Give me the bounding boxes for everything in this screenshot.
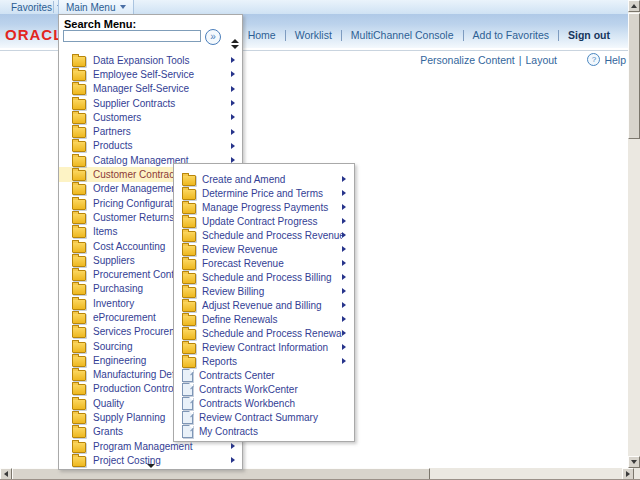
nav-link-home[interactable]: Home xyxy=(248,29,276,41)
submenu-item-label: Schedule and Process Revenue xyxy=(202,230,342,241)
folder-icon xyxy=(72,199,86,210)
submenu-item[interactable]: Contracts Workbench xyxy=(174,396,352,410)
cascade-arrow-icon xyxy=(342,302,346,308)
submenu-item[interactable]: Contracts WorkCenter xyxy=(174,382,352,396)
submenu-item[interactable]: Review Contract Information xyxy=(174,340,352,354)
nav-link-sign-out[interactable]: Sign out xyxy=(568,29,610,41)
submenu-item[interactable]: Create and Amend xyxy=(174,172,352,186)
cascade-arrow-icon xyxy=(231,143,235,149)
personalize-separator: | xyxy=(519,54,522,66)
folder-icon xyxy=(72,356,86,367)
search-go-button[interactable]: » xyxy=(205,29,221,45)
menu-scroll-updown-icon[interactable] xyxy=(231,39,240,51)
submenu-item-label: Determine Price and Terms xyxy=(202,188,342,199)
cascade-arrow-icon xyxy=(342,358,346,364)
scroll-down-arrow-icon xyxy=(631,460,637,464)
folder-icon xyxy=(72,184,86,195)
folder-icon xyxy=(72,213,86,224)
scroll-right-arrow-icon xyxy=(626,471,630,477)
folder-icon xyxy=(182,259,196,270)
submenu-item[interactable]: Schedule and Process Revenue xyxy=(174,228,352,242)
folder-icon xyxy=(72,127,86,138)
submenu-item[interactable]: Review Contract Summary xyxy=(174,410,352,424)
cascade-arrow-icon xyxy=(342,330,346,336)
folder-icon xyxy=(72,370,86,381)
submenu-item-label: Adjust Revenue and Billing xyxy=(202,300,342,311)
menu-item[interactable]: Customers xyxy=(59,110,240,124)
submenu-item[interactable]: Determine Price and Terms xyxy=(174,186,352,200)
nav-separator xyxy=(341,30,342,41)
scrollbar-down-button[interactable] xyxy=(628,456,640,468)
folder-icon xyxy=(72,413,86,424)
folder-icon xyxy=(72,256,86,267)
submenu-item-label: Reports xyxy=(202,356,342,367)
folder-icon xyxy=(72,70,86,81)
menu-item[interactable]: Manager Self-Service xyxy=(59,82,240,96)
peoplesoft-window: Favorites Main Menu Home Worklist MultiC… xyxy=(0,0,640,480)
submenu-item[interactable]: Reports xyxy=(174,354,352,368)
page-icon xyxy=(182,397,193,410)
folder-icon xyxy=(182,203,196,214)
scroll-up-icon xyxy=(231,39,239,43)
submenu-item-label: Review Contract Summary xyxy=(199,412,352,423)
submenu-item[interactable]: My Contracts xyxy=(174,424,352,438)
folder-icon xyxy=(182,217,196,228)
cascade-arrow-icon xyxy=(231,100,235,106)
nav-link-add-to-favorites[interactable]: Add to Favorites xyxy=(473,29,549,41)
submenu-item[interactable]: Manage Progress Payments xyxy=(174,200,352,214)
help-link[interactable]: Help xyxy=(604,54,626,66)
cascade-arrow-icon xyxy=(342,246,346,252)
menu-item[interactable]: Products xyxy=(59,139,240,153)
menu-item[interactable]: Supplier Contracts xyxy=(59,96,240,110)
tab-main-menu[interactable]: Main Menu xyxy=(58,0,134,14)
folder-icon xyxy=(182,329,196,340)
personalize-content-link[interactable]: Personalize Content xyxy=(420,54,515,66)
submenu-item[interactable]: Contracts Center xyxy=(174,368,352,382)
tab-main-menu-label: Main Menu xyxy=(66,2,115,13)
vertical-scrollbar[interactable] xyxy=(628,0,640,468)
vertical-scrollbar-thumb[interactable] xyxy=(628,13,640,139)
menu-item[interactable]: Employee Self-Service xyxy=(59,67,240,81)
submenu-item[interactable]: Forecast Revenue xyxy=(174,256,352,270)
menu-item-label: Partners xyxy=(93,126,231,137)
menu-item-label: Program Management xyxy=(93,441,231,452)
nav-link-worklist[interactable]: Worklist xyxy=(295,29,332,41)
menu-item[interactable]: Data Expansion Tools xyxy=(59,53,240,67)
folder-icon xyxy=(72,284,86,295)
submenu-item[interactable]: Adjust Revenue and Billing xyxy=(174,298,352,312)
menu-item[interactable]: Partners xyxy=(59,124,240,138)
menu-search-input[interactable] xyxy=(63,30,201,42)
cascade-arrow-icon xyxy=(342,274,346,280)
scroll-up-arrow-icon xyxy=(631,4,637,8)
folder-icon xyxy=(72,156,86,167)
submenu-item[interactable]: Update Contract Progress xyxy=(174,214,352,228)
submenu-item[interactable]: Define Renewals xyxy=(174,312,352,326)
cascade-arrow-icon xyxy=(231,457,235,463)
cascade-arrow-icon xyxy=(231,86,235,92)
folder-icon xyxy=(182,273,196,284)
folder-icon xyxy=(72,399,86,410)
menu-scroll-down-icon[interactable] xyxy=(147,464,155,468)
layout-link[interactable]: Layout xyxy=(525,54,557,66)
folder-icon xyxy=(182,175,196,186)
scroll-down-icon xyxy=(231,45,239,49)
help-icon[interactable]: ? xyxy=(587,53,600,66)
scrollbar-up-button[interactable] xyxy=(628,0,640,12)
submenu-item[interactable]: Review Billing xyxy=(174,284,352,298)
folder-icon xyxy=(72,113,86,124)
submenu-item-label: Review Billing xyxy=(202,286,342,297)
nav-link-multichannel-console[interactable]: MultiChannel Console xyxy=(351,29,454,41)
submenu-item[interactable]: Schedule and Process Renewals xyxy=(174,326,352,340)
cascade-arrow-icon xyxy=(342,232,346,238)
cascade-arrow-icon xyxy=(231,57,235,63)
submenu-item-label: Contracts WorkCenter xyxy=(199,384,352,395)
tab-separator xyxy=(53,1,54,13)
menu-item-label: Customers xyxy=(93,112,231,123)
folder-icon xyxy=(72,299,86,310)
submenu-item-label: Review Contract Information xyxy=(202,342,342,353)
menu-item-label: Data Expansion Tools xyxy=(93,55,231,66)
submenu-item[interactable]: Schedule and Process Billing xyxy=(174,270,352,284)
submenu-item[interactable]: Review Revenue xyxy=(174,242,352,256)
folder-icon xyxy=(72,170,86,181)
cascade-arrow-icon xyxy=(231,443,235,449)
